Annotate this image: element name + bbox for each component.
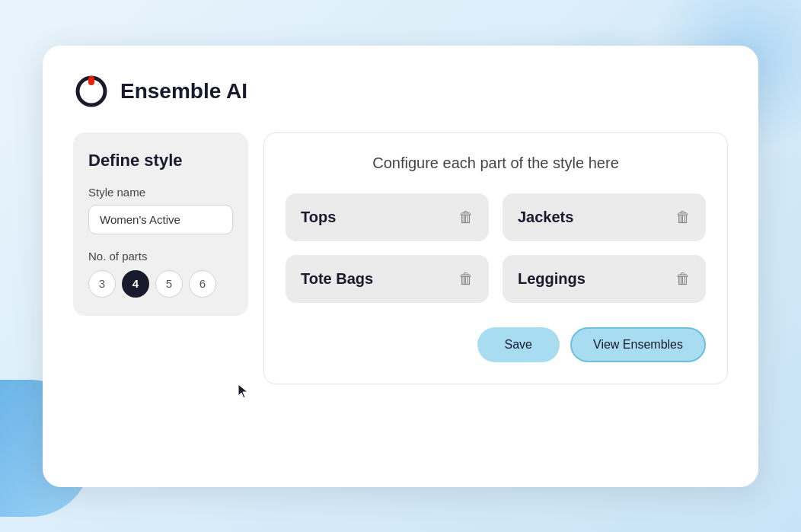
save-button[interactable]: Save — [477, 327, 560, 362]
part-card-leggings: Leggings 🗑 — [503, 255, 706, 303]
part-name-tops: Tops — [301, 209, 336, 226]
parts-option-4[interactable]: 4 — [122, 270, 149, 298]
parts-option-6[interactable]: 6 — [189, 270, 216, 298]
parts-option-3[interactable]: 3 — [88, 270, 116, 298]
app-logo — [73, 73, 110, 110]
part-name-jackets: Jackets — [518, 209, 573, 226]
header: Ensemble AI — [73, 73, 728, 110]
svg-rect-1 — [88, 76, 94, 85]
right-panel: Configure each part of the style here To… — [263, 132, 728, 384]
part-card-jackets: Jackets 🗑 — [503, 193, 706, 241]
parts-option-5[interactable]: 5 — [155, 270, 183, 298]
part-card-tote-bags: Tote Bags 🗑 — [286, 255, 489, 303]
trash-icon-leggings[interactable]: 🗑 — [675, 270, 691, 288]
part-name-tote-bags: Tote Bags — [301, 270, 373, 288]
parts-label: No. of parts — [88, 250, 233, 263]
trash-icon-jackets[interactable]: 🗑 — [675, 209, 691, 226]
panel-title: Define style — [88, 151, 233, 170]
style-name-label: Style name — [88, 186, 233, 199]
main-card: Ensemble AI Define style Style name No. … — [43, 46, 758, 487]
configure-title: Configure each part of the style here — [286, 155, 706, 172]
left-panel: Define style Style name No. of parts 3 4… — [73, 132, 248, 316]
cursor — [237, 383, 251, 400]
parts-grid: Tops 🗑 Jackets 🗑 Tote Bags 🗑 Leggings 🗑 — [286, 193, 706, 303]
part-name-leggings: Leggings — [518, 270, 586, 288]
style-name-input[interactable] — [88, 205, 233, 234]
main-content: Define style Style name No. of parts 3 4… — [73, 132, 728, 384]
trash-icon-tops[interactable]: 🗑 — [458, 209, 474, 226]
app-title: Ensemble AI — [120, 79, 247, 104]
action-buttons: Save View Ensembles — [286, 327, 706, 362]
parts-selector: 3 4 5 6 — [88, 270, 233, 298]
part-card-tops: Tops 🗑 — [286, 193, 489, 241]
trash-icon-tote-bags[interactable]: 🗑 — [458, 270, 474, 288]
view-ensembles-button[interactable]: View Ensembles — [570, 327, 706, 362]
